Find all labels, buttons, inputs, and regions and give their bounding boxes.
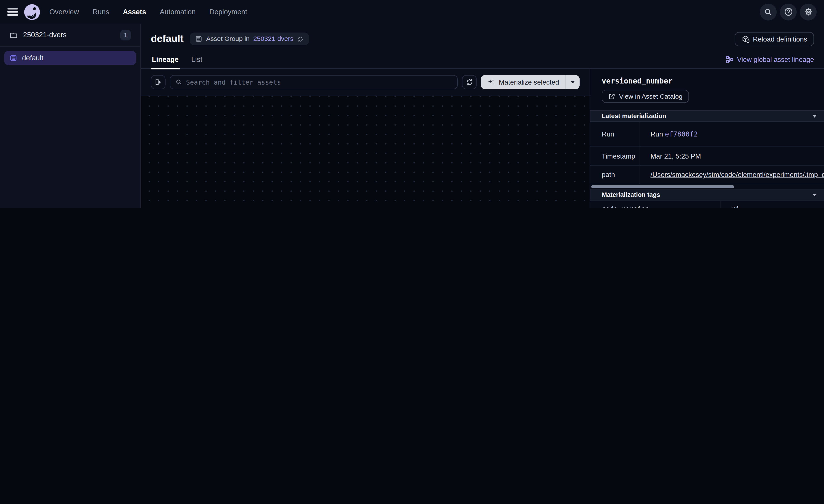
row-value: Mar 21, 5:25 PM: [640, 146, 824, 165]
hamburger-menu-icon[interactable]: [7, 8, 18, 16]
table-row: path /Users/smackesey/stm/code/elementl/…: [590, 165, 824, 184]
nav-item-runs[interactable]: Runs: [93, 8, 109, 16]
external-link-icon: [608, 93, 615, 100]
asset-group-icon: [9, 54, 17, 62]
sparkles-icon: [487, 78, 495, 86]
section-title: Materialization tags: [602, 191, 660, 199]
refresh-icon: [466, 78, 473, 86]
badge-prefix-text: Asset Group in: [206, 35, 249, 43]
nav-links: Overview Runs Assets Automation Deployme…: [49, 8, 247, 16]
row-value: Run ef7800f2: [640, 122, 824, 146]
badge-repo-link[interactable]: 250321-dvers: [253, 35, 294, 43]
table-row: Timestamp Mar 21, 5:25 PM: [590, 146, 824, 165]
top-nav-actions: [760, 3, 817, 20]
run-id-link[interactable]: ef7800f2: [665, 130, 698, 138]
view-in-asset-catalog-label: View in Asset Catalog: [619, 93, 683, 100]
search-icon: [176, 79, 183, 86]
nav-item-overview[interactable]: Overview: [49, 8, 79, 16]
panel-expand-icon: [154, 78, 162, 86]
row-label: path: [590, 165, 640, 184]
nav-item-assets[interactable]: Assets: [123, 8, 146, 16]
row-label: Run: [590, 122, 640, 146]
tab-bar: Lineage List View global asset lineage: [151, 49, 814, 69]
materialize-selected-label: Materialize selected: [499, 78, 559, 86]
section-materialization-tags[interactable]: Materialization tags: [590, 189, 824, 201]
row-label: Timestamp: [590, 146, 640, 165]
refresh-graph-button[interactable]: [462, 75, 477, 89]
nav-item-automation[interactable]: Automation: [160, 8, 196, 16]
materialization-tags-table: code_version v4 data_version 20 data_ver…: [590, 201, 824, 208]
latest-materialization-table: Run Run ef7800f2 Timestamp Mar 21, 5:25 …: [590, 122, 824, 184]
nav-item-deployment[interactable]: Deployment: [209, 8, 247, 16]
path-link[interactable]: /Users/smackesey/stm/code/elementl/exper…: [650, 171, 824, 178]
asset-detail-panel: versioned_number View in Asset Catalog L…: [590, 69, 824, 208]
view-global-asset-lineage-link[interactable]: View global asset lineage: [725, 55, 814, 69]
view-global-asset-lineage-label: View global asset lineage: [737, 55, 814, 64]
horizontal-scrollbar-thumb[interactable]: [591, 185, 734, 188]
tag-value: v4: [721, 201, 824, 208]
chevron-down-icon: [571, 81, 575, 84]
horizontal-scrollbar: [590, 184, 824, 189]
tab-list[interactable]: List: [190, 55, 204, 69]
reload-cube-icon: [741, 35, 749, 43]
lineage-toolbar: Materialize selected: [141, 69, 590, 96]
asset-detail-title: versioned_number: [590, 69, 824, 85]
section-title: Latest materialization: [602, 112, 666, 120]
app-window: Overview Runs Assets Automation Deployme…: [0, 0, 824, 208]
asset-group-icon: [195, 35, 202, 43]
sidebar-group-name: 250321-dvers: [23, 31, 67, 39]
settings-button[interactable]: [800, 3, 817, 20]
help-button[interactable]: [780, 3, 797, 20]
sidebar-group-row[interactable]: 250321-dvers 1: [0, 24, 140, 47]
sidebar-group-count-badge: 1: [120, 30, 131, 40]
table-row: code_version v4: [590, 201, 824, 208]
asset-group-badge: Asset Group in 250321-dvers: [190, 32, 309, 45]
materialize-selected-split-button: Materialize selected: [481, 75, 580, 89]
run-value-prefix: Run: [650, 130, 663, 138]
materialize-selected-button[interactable]: Materialize selected: [481, 75, 565, 89]
sidebar-item-label: default: [22, 54, 43, 62]
row-value: /Users/smackesey/stm/code/elementl/exper…: [640, 165, 824, 184]
tab-lineage[interactable]: Lineage: [151, 55, 180, 69]
page-header: default Asset Group in 250321-dvers Relo…: [141, 24, 824, 69]
asset-search-input[interactable]: [186, 78, 452, 86]
reload-definitions-button[interactable]: Reload definitions: [734, 32, 814, 46]
lineage-graph-icon: [725, 55, 733, 64]
dagster-logo-icon[interactable]: [24, 4, 40, 20]
open-panel-button[interactable]: [151, 75, 166, 89]
sidebar-item-default[interactable]: default: [4, 51, 136, 65]
search-icon: [764, 8, 772, 16]
help-icon: [784, 7, 793, 16]
table-row: Run Run ef7800f2: [590, 122, 824, 146]
tag-key: code_version: [590, 201, 721, 208]
refresh-icon[interactable]: [297, 35, 304, 42]
collapse-triangle-icon[interactable]: [813, 115, 817, 117]
collapse-triangle-icon[interactable]: [813, 194, 817, 196]
reload-definitions-label: Reload definitions: [753, 35, 807, 43]
section-latest-materialization[interactable]: Latest materialization: [590, 110, 824, 122]
sidebar: 250321-dvers 1 default 250321-dvers: [0, 24, 141, 208]
view-in-asset-catalog-button[interactable]: View in Asset Catalog: [602, 90, 689, 103]
gear-icon: [804, 7, 813, 16]
page-title: default: [151, 33, 184, 44]
asset-search-box: [170, 75, 458, 89]
top-nav: Overview Runs Assets Automation Deployme…: [0, 0, 824, 24]
search-button[interactable]: [760, 3, 777, 20]
folder-icon: [9, 31, 18, 39]
lineage-graph-canvas[interactable]: versioned_number No description Material…: [141, 96, 590, 208]
materialize-options-dropdown[interactable]: [566, 75, 580, 89]
